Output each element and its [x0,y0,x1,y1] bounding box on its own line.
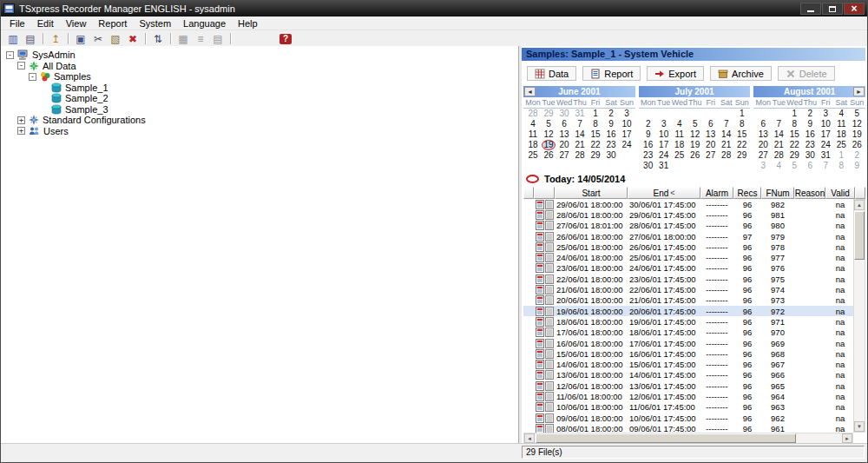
calendar-day[interactable]: 4 [672,119,687,129]
file-row[interactable]: 10/06/01 18:00:0011/06/01 17:45:00------… [523,402,853,413]
file-row[interactable]: 18/06/01 18:00:0019/06/01 17:45:00------… [523,316,853,327]
calendar-day[interactable]: 5 [687,119,703,129]
calendar-day[interactable]: 1 [588,109,603,119]
expand-expander[interactable]: + [17,127,25,135]
scroll-up-button[interactable]: ▲ [854,200,865,210]
calendar-day[interactable]: 25 [672,150,687,161]
calendar-next-button[interactable]: ► [853,87,865,96]
collapse-expander[interactable]: - [29,73,36,81]
column-header-start[interactable]: Start [555,187,628,199]
calendar-day[interactable]: 17 [656,140,672,150]
file-row[interactable]: 16/06/01 18:00:0017/06/01 17:45:00------… [523,338,853,348]
calendar-day[interactable]: 16 [603,129,619,140]
collapse-expander[interactable]: - [6,51,14,59]
scroll-down-button[interactable]: ▼ [854,421,865,432]
file-row[interactable]: 12/06/01 18:00:0013/06/01 17:45:00------… [523,380,853,391]
calendar-day[interactable]: 31 [656,161,672,171]
calendar-day[interactable]: 3 [755,161,771,171]
view-report-icon[interactable]: ▥ [5,32,21,46]
file-row[interactable]: 26/06/01 18:00:0027/06/01 18:00:00------… [523,231,853,241]
calendar-day[interactable]: 3 [818,109,833,119]
details-view-icon[interactable]: ▤ [210,32,226,46]
file-row[interactable]: 25/06/01 18:00:0026/06/01 17:45:00------… [523,241,853,252]
calendar-day[interactable]: 27 [703,150,719,161]
calendar-day[interactable]: 27 [755,150,771,161]
file-row[interactable]: 19/06/01 18:00:0020/06/01 17:45:00------… [523,306,853,316]
menu-edit[interactable]: Edit [31,17,60,30]
calendar-day[interactable]: 20 [556,140,572,150]
calendar-day[interactable]: 22 [734,140,750,150]
large-icons-view-icon[interactable]: ▦ [175,32,191,46]
calendar-day[interactable]: 8 [833,161,849,171]
calendar-day[interactable]: 27 [556,150,572,161]
calendar-day[interactable]: 4 [525,119,541,129]
calendar-day[interactable]: 7 [719,119,734,129]
calendar-day[interactable]: 3 [656,119,672,129]
calendar-day[interactable]: 28 [771,150,786,161]
calendar-day[interactable]: 6 [703,119,719,129]
calendar-day[interactable]: 31 [572,109,588,119]
calendar-day[interactable]: 9 [802,119,818,129]
calendar-day[interactable]: 30 [641,161,656,171]
file-row[interactable]: 28/06/01 18:00:0029/06/01 17:45:00------… [523,209,853,220]
paste-icon[interactable]: ▧ [108,32,123,46]
calendar-day[interactable]: 24 [619,140,635,150]
file-row[interactable]: 09/06/01 18:00:0010/06/01 17:45:00------… [523,413,853,423]
calendar-day[interactable]: 4 [771,161,786,171]
calendar-day[interactable]: 10 [818,119,833,129]
calendar-day[interactable]: 23 [641,150,656,161]
calendar-day[interactable]: 19 [687,140,703,150]
calendar-day[interactable]: 23 [802,140,818,150]
export-button[interactable]: Export [647,66,704,81]
calendar-day[interactable]: 10 [619,119,635,129]
calendar-day[interactable]: 17 [619,129,635,140]
file-row[interactable]: 29/06/01 18:00:0030/06/01 17:45:00------… [523,199,853,209]
report-button[interactable]: Report [582,66,641,81]
calendar-day[interactable]: 14 [572,129,588,140]
menu-language[interactable]: Language [177,17,232,30]
calendar-day[interactable]: 26 [541,150,556,161]
file-row[interactable]: 13/06/01 18:00:0014/06/01 17:45:00------… [523,370,853,380]
tree-item-sample-2[interactable]: Sample_2 [1,93,518,104]
calendar-day[interactable]: 5 [786,161,802,171]
calendar-day[interactable]: 15 [786,129,802,140]
calendar-day[interactable]: 13 [703,129,719,140]
column-header-icon[interactable] [534,187,555,199]
calendar-day[interactable]: 25 [525,150,541,161]
column-header-end[interactable]: End< [628,187,700,199]
print-icon[interactable]: ▤ [23,32,38,46]
expand-expander[interactable]: + [17,116,25,124]
calendar-day[interactable]: 21 [572,140,588,150]
calendar-day[interactable]: 12 [687,129,703,140]
calendar-day[interactable]: 7 [771,119,786,129]
column-header-valid[interactable]: Valid [825,187,855,199]
calendar-day[interactable]: 15 [734,129,750,140]
calendar-day[interactable]: 14 [719,129,734,140]
calendar-day[interactable]: 30 [556,109,572,119]
calendar-day[interactable]: 8 [588,119,603,129]
cut-icon[interactable]: ✂ [90,32,106,46]
tree-item-sample-1[interactable]: Sample_1 [1,83,518,94]
calendar-day[interactable]: 1 [734,109,750,119]
calendar-day[interactable]: 3 [619,109,635,119]
tree-item-standard-configurations[interactable]: +Standard Configurations [1,115,518,126]
archive-button[interactable]: Archive [710,66,772,81]
help-icon[interactable]: ? [279,34,292,44]
data-button[interactable]: Data [527,66,576,81]
file-row[interactable]: 17/06/01 18:00:0018/06/01 17:45:00------… [523,327,853,338]
tree-item-sample-3[interactable]: Sample_3 [1,104,518,116]
file-row[interactable]: 21/06/01 18:00:0022/06/01 17:45:00------… [523,284,853,294]
calendar-day[interactable]: 20 [703,140,719,150]
calendar-day[interactable]: 8 [734,119,750,129]
calendar-day[interactable]: 14 [771,129,786,140]
menu-system[interactable]: System [133,17,177,30]
calendar-day[interactable]: 26 [849,140,865,150]
calendar-day[interactable]: 30 [603,150,619,161]
calendar-day[interactable]: 22 [588,140,603,150]
calendar-day[interactable]: 29 [786,150,802,161]
menu-report[interactable]: Report [92,17,133,30]
close-button[interactable]: × [844,3,865,15]
file-row[interactable]: 24/06/01 18:00:0025/06/01 17:45:00------… [523,252,853,262]
menu-file[interactable]: File [3,17,31,30]
calendar-day[interactable]: 6 [556,119,572,129]
